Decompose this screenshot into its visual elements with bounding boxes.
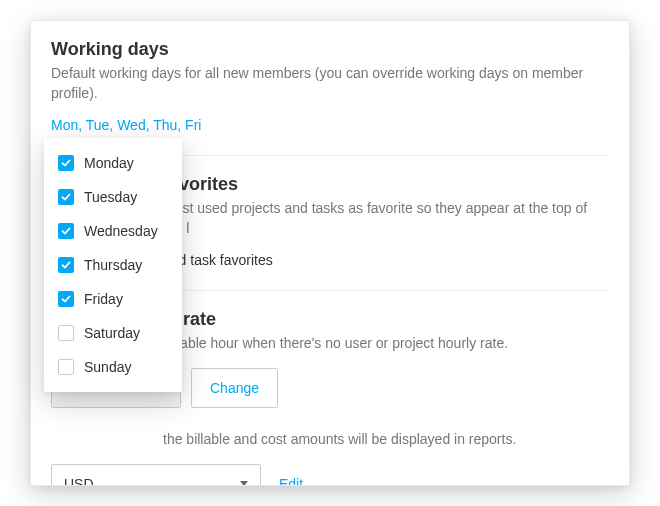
day-label: Saturday <box>84 325 140 341</box>
billable-rate-title: le rate <box>163 309 609 330</box>
working-days-dropdown[interactable]: MondayTuesdayWednesdayThursdayFridaySatu… <box>44 138 182 392</box>
checkbox-checked-icon[interactable] <box>58 257 74 273</box>
day-option-sunday[interactable]: Sunday <box>44 350 182 384</box>
favorites-checkbox-row[interactable]: and task favorites <box>163 252 609 268</box>
checkbox-checked-icon[interactable] <box>58 291 74 307</box>
day-option-saturday[interactable]: Saturday <box>44 316 182 350</box>
currency-row: USD Edit <box>51 464 609 486</box>
day-option-thursday[interactable]: Thursday <box>44 248 182 282</box>
day-label: Tuesday <box>84 189 137 205</box>
day-label: Sunday <box>84 359 131 375</box>
day-option-wednesday[interactable]: Wednesday <box>44 214 182 248</box>
currency-select[interactable]: USD <box>51 464 261 486</box>
billable-rate-desc: billable hour when there's no user or pr… <box>163 334 609 354</box>
checkbox-checked-icon[interactable] <box>58 223 74 239</box>
favorites-desc: most used projects and tasks as favorite… <box>163 199 609 238</box>
day-label: Monday <box>84 155 134 171</box>
favorites-title: favorites <box>163 174 609 195</box>
working-days-section: Working days Default working days for al… <box>51 39 609 133</box>
checkbox-checked-icon[interactable] <box>58 155 74 171</box>
working-days-title: Working days <box>51 39 609 60</box>
day-option-tuesday[interactable]: Tuesday <box>44 180 182 214</box>
day-label: Thursday <box>84 257 142 273</box>
checkbox-unchecked-icon[interactable] <box>58 359 74 375</box>
checkbox-checked-icon[interactable] <box>58 189 74 205</box>
day-label: Friday <box>84 291 123 307</box>
day-option-monday[interactable]: Monday <box>44 146 182 180</box>
chevron-down-icon <box>240 481 248 486</box>
day-option-friday[interactable]: Friday <box>44 282 182 316</box>
currency-value: USD <box>64 476 94 486</box>
edit-link[interactable]: Edit <box>279 476 303 486</box>
currency-section: the billable and cost amounts will be di… <box>51 430 609 486</box>
day-label: Wednesday <box>84 223 158 239</box>
working-days-summary[interactable]: Mon, Tue, Wed, Thu, Fri <box>51 117 609 133</box>
favorites-section: favorites most used projects and tasks a… <box>163 174 609 268</box>
change-button[interactable]: Change <box>191 368 278 408</box>
currency-desc: the billable and cost amounts will be di… <box>163 430 609 450</box>
checkbox-unchecked-icon[interactable] <box>58 325 74 341</box>
working-days-desc: Default working days for all new members… <box>51 64 609 103</box>
